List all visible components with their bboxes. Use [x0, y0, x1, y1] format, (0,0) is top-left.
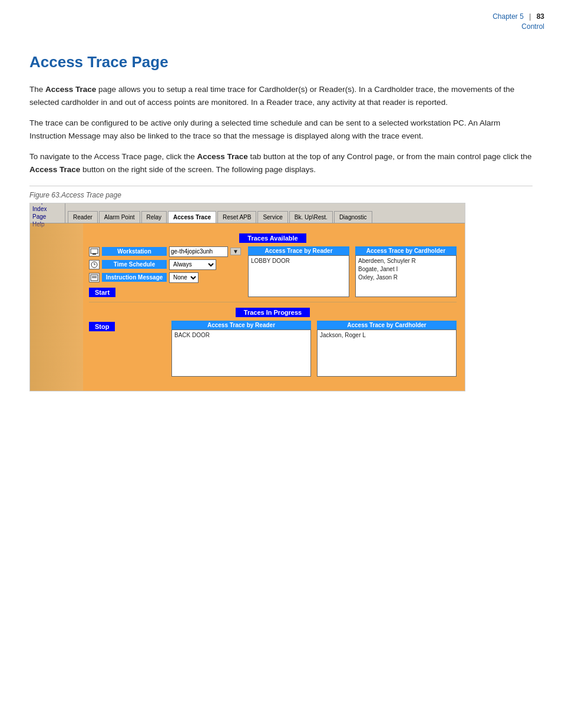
- index-label: Index: [32, 205, 62, 213]
- traces-in-progress-header: Traces In Progress: [89, 307, 457, 317]
- instruction-icon: [89, 273, 100, 282]
- header-divider: |: [529, 12, 531, 21]
- form-left: Workstation ▼ Time Schedule Always: [89, 246, 242, 297]
- time-schedule-row: Time Schedule Always: [89, 259, 242, 270]
- figure-label: Figure 63.Access Trace page: [29, 191, 533, 199]
- list-item: Oxley, Jason R: [358, 274, 454, 282]
- tab-reset-apb[interactable]: Reset APB: [217, 211, 256, 223]
- available-cardholder-list[interactable]: Aberdeen, Schuyler R Bogate, Janet I Oxl…: [355, 255, 457, 297]
- nav-bar: Help Index Page Help Reader Alarm Point …: [30, 203, 465, 223]
- tab-reader[interactable]: Reader: [68, 211, 98, 223]
- workstation-label-btn[interactable]: Workstation: [102, 247, 167, 256]
- available-reader-panel: Access Trace by Reader LOBBY DOOR: [248, 246, 349, 297]
- paragraph-1: The Access Trace page allows you to setu…: [29, 83, 533, 108]
- list-item: Aberdeen, Schuyler R: [358, 257, 454, 265]
- inner-content: Traces Available Workstation ▼: [30, 223, 465, 385]
- traces-available-button[interactable]: Traces Available: [239, 233, 306, 243]
- available-reader-list[interactable]: LOBBY DOOR: [248, 255, 349, 297]
- list-item: Bogate, Janet I: [358, 265, 454, 274]
- available-cardholder-header: Access Trace by Cardholder: [355, 246, 457, 255]
- workstation-row: Workstation ▼: [89, 246, 242, 257]
- traces-in-progress-button[interactable]: Traces In Progress: [236, 308, 310, 317]
- workstation-input[interactable]: [169, 246, 228, 257]
- nav-tabs: Reader Alarm Point Relay Access Trace Re…: [65, 203, 465, 223]
- section-divider: [29, 186, 533, 186]
- list-item: BACK DOOR: [174, 331, 308, 340]
- main-content: Access Trace Page The Access Trace page …: [0, 0, 562, 415]
- svg-rect-0: [91, 249, 98, 253]
- time-schedule-icon: [89, 260, 100, 269]
- left-decorative-bar: [30, 223, 83, 391]
- inprogress-main-row: Stop Access Trace by Reader BACK DOOR Ac…: [89, 321, 457, 377]
- tab-bk-up-rest[interactable]: Bk. Up\Rest.: [289, 211, 333, 223]
- time-schedule-select[interactable]: Always: [169, 259, 216, 270]
- inprogress-reader-header: Access Trace by Reader: [171, 321, 311, 330]
- tab-service[interactable]: Service: [257, 211, 287, 223]
- chapter-label: Chapter 5: [492, 12, 524, 21]
- inprogress-cardholder-list[interactable]: Jackson, Roger L: [317, 330, 457, 377]
- instruction-select[interactable]: None: [169, 272, 199, 283]
- traces-available-header: Traces Available: [89, 233, 457, 243]
- stop-section: Stop: [89, 321, 166, 377]
- section-label: Control: [492, 22, 544, 32]
- tab-relay[interactable]: Relay: [141, 211, 167, 223]
- tab-access-trace[interactable]: Access Trace: [168, 211, 216, 223]
- inprogress-cardholder-panel: Access Trace by Cardholder Jackson, Roge…: [317, 321, 457, 377]
- inprogress-panel-section: Access Trace by Reader BACK DOOR Access …: [171, 321, 457, 377]
- stop-button[interactable]: Stop: [89, 322, 115, 331]
- available-panel-section: Access Trace by Reader LOBBY DOOR Access…: [248, 246, 457, 297]
- page-title: Access Trace Page: [29, 53, 533, 71]
- available-cardholder-panel: Access Trace by Cardholder Aberdeen, Sch…: [355, 246, 457, 297]
- nav-left-help: Help Index Page Help: [30, 203, 65, 223]
- list-item: Jackson, Roger L: [320, 331, 454, 340]
- inprogress-reader-list[interactable]: BACK DOOR: [171, 330, 311, 377]
- svg-rect-1: [92, 253, 96, 255]
- instruction-row: Instruction Message None: [89, 272, 242, 283]
- page-label: Page: [32, 213, 62, 220]
- middle-divider: [89, 302, 457, 302]
- tab-diagnostic[interactable]: Diagnostic: [334, 211, 372, 223]
- available-main-row: Workstation ▼ Time Schedule Always: [89, 246, 457, 297]
- instruction-label-btn[interactable]: Instruction Message: [102, 273, 167, 282]
- screenshot-container: Help Index Page Help Reader Alarm Point …: [29, 203, 465, 391]
- page-number: 83: [537, 12, 544, 21]
- inprogress-reader-panel: Access Trace by Reader BACK DOOR: [171, 321, 311, 377]
- start-button[interactable]: Start: [89, 288, 115, 297]
- start-row: Start: [89, 288, 242, 297]
- paragraph-3: To navigate to the Access Trace page, cl…: [29, 150, 533, 176]
- time-schedule-label-btn[interactable]: Time Schedule: [102, 260, 167, 269]
- list-item: LOBBY DOOR: [251, 257, 346, 265]
- tab-alarm-point[interactable]: Alarm Point: [99, 211, 140, 223]
- page-header: Chapter 5 | 83 Control: [492, 12, 544, 32]
- inprogress-cardholder-header: Access Trace by Cardholder: [317, 321, 457, 330]
- available-reader-header: Access Trace by Reader: [248, 246, 349, 255]
- workstation-icon: [89, 247, 100, 256]
- workstation-dropdown-btn[interactable]: ▼: [230, 248, 241, 255]
- paragraph-2: The trace can be configured to be active…: [29, 117, 533, 142]
